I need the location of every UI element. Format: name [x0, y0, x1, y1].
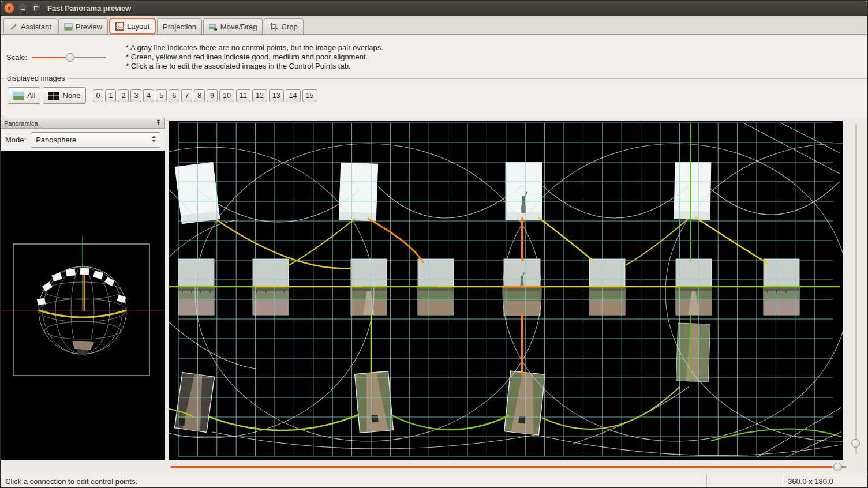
- none-button-label: None: [62, 91, 80, 100]
- horizontal-scroll-knob[interactable]: [833, 463, 842, 471]
- all-images-icon: [13, 92, 24, 100]
- image-thumbnail[interactable]: [339, 163, 377, 221]
- image-toggle-5[interactable]: 5: [156, 89, 167, 102]
- mode-label: Mode:: [5, 136, 26, 144]
- horizontal-scroll-fill: [170, 466, 833, 468]
- image-thumbnail[interactable]: [506, 162, 542, 220]
- tab-bar: Assistant Preview Layout Projection Move…: [1, 16, 867, 35]
- sphere-ground-thumb: [72, 341, 94, 350]
- all-button[interactable]: All: [8, 87, 40, 104]
- no-images-icon: [48, 92, 59, 100]
- crop-icon: [270, 22, 278, 31]
- hscroll-row: [1, 460, 867, 474]
- image-toggle-10[interactable]: 10: [219, 89, 234, 102]
- scale-slider-knob[interactable]: [66, 53, 74, 62]
- assistant-icon: [9, 22, 18, 31]
- pin-icon[interactable]: [155, 119, 162, 127]
- vertical-scrollbar[interactable]: [843, 121, 868, 460]
- displayed-images-label: displayed images: [4, 74, 68, 82]
- image-thumbnail[interactable]: [355, 371, 394, 433]
- minimize-button[interactable]: [17, 3, 28, 13]
- all-button-label: All: [27, 91, 35, 100]
- tab-move-drag[interactable]: Move/Drag: [203, 18, 263, 34]
- image-toggle-0[interactable]: 0: [93, 89, 104, 102]
- image-toggle-12[interactable]: 12: [252, 89, 267, 102]
- tab-assistant[interactable]: Assistant: [3, 18, 57, 34]
- horizontal-scrollbar[interactable]: [169, 460, 849, 474]
- image-toggle-4[interactable]: 4: [143, 89, 154, 102]
- spinner-arrows-icon: [151, 135, 156, 145]
- panosphere-panel: Panoramica Mode: Panosphere: [1, 118, 165, 460]
- preview-icon: [64, 22, 73, 31]
- app-window: × Fast Panorama preview Assistant Previe…: [0, 0, 868, 488]
- legend-notes: * A gray line indicates there are no con…: [126, 43, 383, 71]
- scale-slider[interactable]: [32, 52, 106, 62]
- vertical-scroll-track: [855, 124, 857, 455]
- maximize-icon: [34, 6, 38, 10]
- image-toggle-7[interactable]: 7: [181, 89, 192, 102]
- image-toggle-3[interactable]: 3: [130, 89, 141, 102]
- image-toggle-9[interactable]: 9: [207, 89, 218, 102]
- pano-size-indicator: 360.0 x 180.0: [783, 474, 867, 488]
- image-toggle-11[interactable]: 11: [236, 89, 250, 102]
- image-toggle-6[interactable]: 6: [169, 89, 179, 102]
- image-toggle-2[interactable]: 2: [118, 89, 129, 102]
- layout-icon: [115, 22, 124, 31]
- image-toggle-group: 0 1 2 3 4 5 6 7 8 9 10 11 12 13 14 15: [93, 89, 317, 102]
- status-spacer: [707, 474, 783, 488]
- scale-label: Scale:: [6, 53, 27, 62]
- window-title: Fast Panorama preview: [47, 4, 131, 13]
- panosphere-3d-view[interactable]: [1, 151, 165, 463]
- image-toggle-13[interactable]: 13: [269, 89, 284, 102]
- layout-toolbar: Scale: * A gray line indicates there are…: [1, 35, 867, 78]
- tab-label: Layout: [127, 22, 149, 31]
- close-button[interactable]: ×: [4, 3, 14, 13]
- vertical-scroll-knob[interactable]: [851, 439, 860, 448]
- tab-label: Projection: [163, 22, 196, 31]
- tab-projection[interactable]: Projection: [157, 18, 202, 34]
- scale-slider-fill: [32, 57, 70, 58]
- none-button[interactable]: None: [43, 87, 85, 104]
- layout-canvas[interactable]: [169, 121, 843, 460]
- image-toggle-1[interactable]: 1: [105, 89, 116, 102]
- panosphere-svg[interactable]: [1, 151, 165, 460]
- status-bar: Click a connection to edit control point…: [1, 474, 867, 488]
- panosphere-panel-header[interactable]: Panoramica: [1, 118, 165, 129]
- displayed-images-frame: displayed images All None 0 1 2 3 4 5 6 …: [1, 78, 867, 118]
- layout-canvas-area: [165, 118, 868, 460]
- mode-select-value: Panosphere: [36, 136, 76, 144]
- mode-row: Mode: Panosphere: [1, 129, 165, 151]
- scale-slider-track: [73, 57, 106, 58]
- note-gray-line: * A gray line indicates there are no con…: [126, 43, 383, 52]
- panel-title: Panoramica: [4, 120, 38, 127]
- tab-preview[interactable]: Preview: [58, 18, 108, 34]
- image-toggle-15[interactable]: 15: [302, 89, 317, 102]
- note-color-lines: * Green, yellow and red lines indicate g…: [126, 52, 383, 62]
- image-thumbnail[interactable]: [504, 371, 545, 435]
- tab-layout[interactable]: Layout: [109, 18, 156, 35]
- move-drag-icon: [209, 22, 218, 31]
- tab-label: Move/Drag: [220, 22, 257, 31]
- tab-label: Crop: [281, 22, 297, 31]
- note-click-line: * Click a line to edit the associated im…: [126, 62, 383, 71]
- minimize-icon: [21, 9, 25, 10]
- image-toggle-14[interactable]: 14: [286, 89, 301, 102]
- image-toggle-8[interactable]: 8: [194, 89, 205, 102]
- titlebar[interactable]: × Fast Panorama preview: [1, 1, 867, 16]
- mode-select[interactable]: Panosphere: [31, 132, 160, 148]
- close-icon: ×: [8, 5, 11, 12]
- maximize-button[interactable]: [31, 3, 41, 13]
- status-message: Click a connection to edit control point…: [1, 474, 707, 488]
- main-area: Panoramica Mode: Panosphere: [1, 118, 867, 460]
- tab-label: Assistant: [21, 22, 51, 31]
- tab-crop[interactable]: Crop: [264, 18, 303, 34]
- tab-label: Preview: [76, 22, 102, 31]
